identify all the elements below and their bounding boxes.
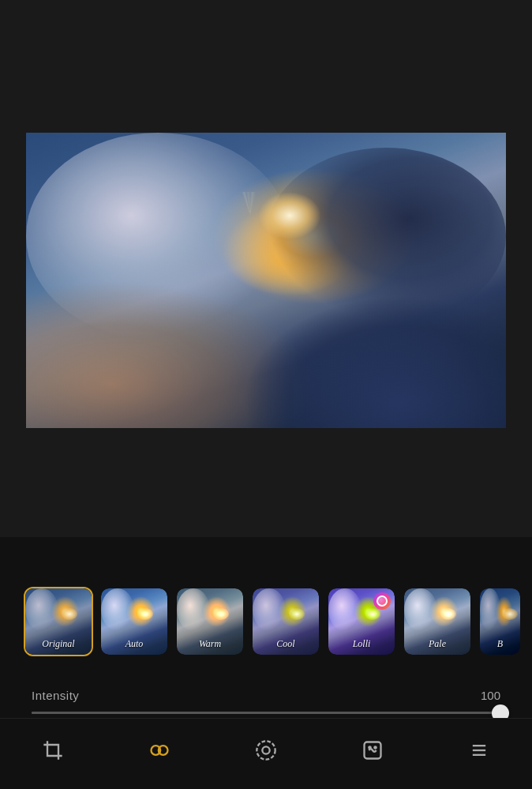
toolbar-filter-button[interactable]	[136, 727, 183, 774]
sky-image	[26, 133, 506, 428]
filter-original[interactable]: Original	[24, 587, 93, 656]
toolbar-more-button[interactable]	[455, 727, 503, 774]
photo-area	[0, 0, 532, 537]
sticker-icon	[360, 738, 385, 763]
intensity-area: Intensity 100	[0, 689, 532, 714]
svg-point-3	[262, 746, 269, 753]
lolli-badge	[373, 592, 391, 610]
crop-icon	[40, 738, 66, 763]
intensity-slider-track[interactable]	[32, 712, 500, 714]
toolbar-sticker-button[interactable]	[349, 727, 396, 774]
intensity-label: Intensity	[32, 689, 79, 702]
adjust-icon	[253, 738, 279, 763]
filter-cool[interactable]: Cool	[251, 587, 320, 656]
photo-canvas	[26, 133, 506, 428]
svg-point-5	[369, 746, 370, 748]
filter-strip-area: Original Auto Warm Cool	[0, 580, 532, 663]
bottom-toolbar	[0, 718, 532, 789]
svg-point-6	[374, 746, 376, 748]
intensity-value: 100	[481, 689, 500, 702]
filter-auto[interactable]: Auto	[99, 587, 169, 656]
filter-warm[interactable]: Warm	[175, 587, 245, 656]
filter-icon	[147, 738, 172, 763]
toolbar-crop-button[interactable]	[29, 727, 77, 774]
intensity-slider-fill	[32, 712, 500, 714]
filter-pale[interactable]: Pale	[403, 587, 472, 656]
more-icon	[466, 738, 492, 763]
filter-b[interactable]: B	[478, 587, 522, 656]
toolbar-adjust-button[interactable]	[242, 727, 290, 774]
filter-lolli[interactable]: Lolli	[327, 587, 396, 656]
filter-strip: Original Auto Warm Cool	[0, 580, 532, 663]
svg-point-2	[257, 741, 275, 759]
